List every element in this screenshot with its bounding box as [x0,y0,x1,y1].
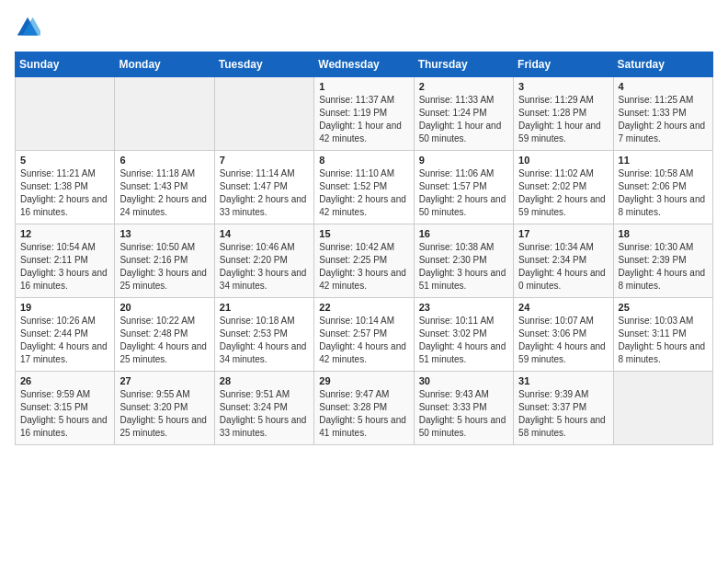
day-number: 26 [20,375,109,386]
calendar-body: 1Sunrise: 11:37 AM Sunset: 1:19 PM Dayli… [16,77,713,445]
calendar-cell: 13Sunrise: 10:50 AM Sunset: 2:16 PM Dayl… [115,224,214,298]
calendar-cell: 30Sunrise: 9:43 AM Sunset: 3:33 PM Dayli… [414,372,513,445]
day-info: Sunrise: 11:25 AM Sunset: 1:33 PM Daylig… [619,94,708,145]
calendar-cell: 20Sunrise: 10:22 AM Sunset: 2:48 PM Dayl… [115,298,214,372]
week-row-4: 19Sunrise: 10:26 AM Sunset: 2:44 PM Dayl… [16,298,713,372]
calendar-cell: 24Sunrise: 10:07 AM Sunset: 3:06 PM Dayl… [514,298,613,372]
day-number: 29 [319,375,408,386]
day-info: Sunrise: 10:22 AM Sunset: 2:48 PM Daylig… [119,315,209,366]
calendar-cell: 26Sunrise: 9:59 AM Sunset: 3:15 PM Dayli… [16,372,115,445]
calendar-cell [613,372,712,445]
calendar-cell: 18Sunrise: 10:30 AM Sunset: 2:39 PM Dayl… [613,224,712,298]
day-number: 13 [119,228,209,239]
week-row-2: 5Sunrise: 11:21 AM Sunset: 1:38 PM Dayli… [16,151,713,224]
day-info: Sunrise: 10:18 AM Sunset: 2:53 PM Daylig… [220,315,309,366]
calendar-cell: 31Sunrise: 9:39 AM Sunset: 3:37 PM Dayli… [514,372,613,445]
day-number: 24 [518,302,608,313]
day-info: Sunrise: 9:59 AM Sunset: 3:15 PM Dayligh… [20,388,109,440]
calendar-header: SundayMondayTuesdayWednesdayThursdayFrid… [16,52,713,77]
day-number: 3 [518,81,608,92]
day-info: Sunrise: 11:02 AM Sunset: 2:02 PM Daylig… [518,167,608,219]
calendar-cell: 2Sunrise: 11:33 AM Sunset: 1:24 PM Dayli… [414,77,513,151]
calendar-cell: 29Sunrise: 9:47 AM Sunset: 3:28 PM Dayli… [314,372,414,445]
calendar-cell: 7Sunrise: 11:14 AM Sunset: 1:47 PM Dayli… [214,151,313,224]
calendar-table: SundayMondayTuesdayWednesdayThursdayFrid… [15,52,713,445]
day-number: 18 [619,228,708,239]
week-row-5: 26Sunrise: 9:59 AM Sunset: 3:15 PM Dayli… [16,372,713,445]
day-info: Sunrise: 10:14 AM Sunset: 2:57 PM Daylig… [319,315,408,366]
day-number: 2 [419,81,508,92]
calendar-cell: 8Sunrise: 11:10 AM Sunset: 1:52 PM Dayli… [314,151,414,224]
day-number: 7 [220,155,309,166]
calendar-cell: 21Sunrise: 10:18 AM Sunset: 2:53 PM Dayl… [214,298,313,372]
calendar-cell: 1Sunrise: 11:37 AM Sunset: 1:19 PM Dayli… [314,77,414,151]
day-info: Sunrise: 10:50 AM Sunset: 2:16 PM Daylig… [119,241,209,293]
calendar-cell: 19Sunrise: 10:26 AM Sunset: 2:44 PM Dayl… [16,298,115,372]
day-number: 12 [20,228,109,239]
day-info: Sunrise: 9:47 AM Sunset: 3:28 PM Dayligh… [319,388,408,440]
day-info: Sunrise: 10:30 AM Sunset: 2:39 PM Daylig… [619,241,708,293]
day-info: Sunrise: 10:46 AM Sunset: 2:20 PM Daylig… [220,241,309,293]
day-info: Sunrise: 9:43 AM Sunset: 3:33 PM Dayligh… [419,388,508,440]
day-info: Sunrise: 9:51 AM Sunset: 3:24 PM Dayligh… [220,388,309,440]
calendar-cell [214,77,313,151]
day-info: Sunrise: 11:14 AM Sunset: 1:47 PM Daylig… [220,167,309,219]
day-info: Sunrise: 10:11 AM Sunset: 3:02 PM Daylig… [419,315,508,366]
weekday-header-tuesday: Tuesday [214,52,313,77]
calendar-cell: 16Sunrise: 10:38 AM Sunset: 2:30 PM Dayl… [414,224,513,298]
day-info: Sunrise: 9:55 AM Sunset: 3:20 PM Dayligh… [119,388,209,440]
calendar-cell [16,77,115,151]
day-number: 17 [518,228,608,239]
day-info: Sunrise: 10:38 AM Sunset: 2:30 PM Daylig… [419,241,508,293]
calendar-cell: 28Sunrise: 9:51 AM Sunset: 3:24 PM Dayli… [214,372,313,445]
logo [15,15,44,40]
week-row-1: 1Sunrise: 11:37 AM Sunset: 1:19 PM Dayli… [16,77,713,151]
day-number: 6 [119,155,209,166]
page-header [15,15,713,40]
day-info: Sunrise: 11:33 AM Sunset: 1:24 PM Daylig… [419,94,508,145]
calendar-cell [115,77,214,151]
weekday-header-sunday: Sunday [16,52,115,77]
day-info: Sunrise: 10:58 AM Sunset: 2:06 PM Daylig… [619,167,708,219]
day-number: 15 [319,228,408,239]
calendar-cell: 11Sunrise: 10:58 AM Sunset: 2:06 PM Dayl… [613,151,712,224]
day-number: 25 [619,302,708,313]
calendar-cell: 4Sunrise: 11:25 AM Sunset: 1:33 PM Dayli… [613,77,712,151]
day-info: Sunrise: 11:29 AM Sunset: 1:28 PM Daylig… [518,94,608,145]
week-row-3: 12Sunrise: 10:54 AM Sunset: 2:11 PM Dayl… [16,224,713,298]
day-number: 19 [20,302,109,313]
day-number: 28 [220,375,309,386]
day-number: 8 [319,155,408,166]
day-number: 30 [419,375,508,386]
weekday-header-monday: Monday [115,52,214,77]
day-number: 27 [119,375,209,386]
day-info: Sunrise: 10:26 AM Sunset: 2:44 PM Daylig… [20,315,109,366]
day-number: 14 [220,228,309,239]
day-info: Sunrise: 11:37 AM Sunset: 1:19 PM Daylig… [319,94,408,145]
day-number: 10 [518,155,608,166]
weekday-row: SundayMondayTuesdayWednesdayThursdayFrid… [16,52,713,77]
weekday-header-friday: Friday [514,52,613,77]
calendar-cell: 12Sunrise: 10:54 AM Sunset: 2:11 PM Dayl… [16,224,115,298]
logo-icon [15,15,40,40]
day-number: 9 [419,155,508,166]
day-number: 4 [619,81,708,92]
day-info: Sunrise: 10:42 AM Sunset: 2:25 PM Daylig… [319,241,408,293]
day-number: 20 [119,302,209,313]
day-info: Sunrise: 10:34 AM Sunset: 2:34 PM Daylig… [518,241,608,293]
weekday-header-wednesday: Wednesday [314,52,414,77]
day-number: 21 [220,302,309,313]
day-number: 31 [518,375,608,386]
weekday-header-saturday: Saturday [613,52,712,77]
calendar-cell: 15Sunrise: 10:42 AM Sunset: 2:25 PM Dayl… [314,224,414,298]
calendar-cell: 27Sunrise: 9:55 AM Sunset: 3:20 PM Dayli… [115,372,214,445]
calendar-cell: 10Sunrise: 11:02 AM Sunset: 2:02 PM Dayl… [514,151,613,224]
day-number: 22 [319,302,408,313]
day-number: 11 [619,155,708,166]
day-info: Sunrise: 10:07 AM Sunset: 3:06 PM Daylig… [518,315,608,366]
day-info: Sunrise: 10:03 AM Sunset: 3:11 PM Daylig… [619,315,708,366]
calendar-cell: 3Sunrise: 11:29 AM Sunset: 1:28 PM Dayli… [514,77,613,151]
day-info: Sunrise: 11:18 AM Sunset: 1:43 PM Daylig… [119,167,209,219]
day-number: 16 [419,228,508,239]
calendar-cell: 23Sunrise: 10:11 AM Sunset: 3:02 PM Dayl… [414,298,513,372]
